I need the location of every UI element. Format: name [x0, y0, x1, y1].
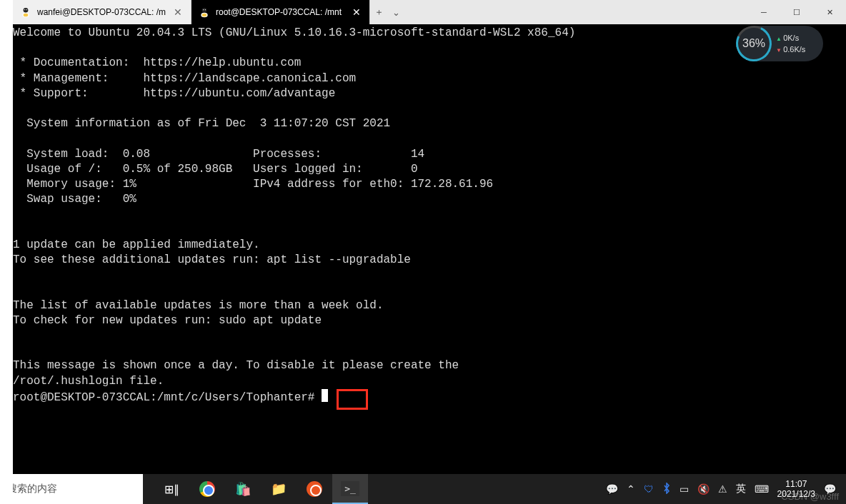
terminal-line: To see these additional updates run: apt… — [13, 253, 411, 266]
terminal-button[interactable]: >_ — [332, 474, 368, 504]
new-tab-button[interactable]: ＋ — [374, 6, 384, 19]
svg-point-5 — [202, 8, 207, 13]
watermark: CSDN @w3fff — [781, 491, 839, 502]
terminal-line: 1 update can be applied immediately. — [13, 238, 260, 251]
annotation-highlight — [337, 389, 368, 410]
window-controls: ─ ☐ ✕ — [747, 0, 846, 24]
tab-title: root@DESKTOP-073CCAL: /mnt — [216, 7, 342, 17]
ubuntu-icon — [307, 481, 322, 497]
linux-icon — [20, 6, 31, 18]
wifi-icon[interactable]: ⚠ — [718, 483, 727, 495]
close-icon[interactable]: ✕ — [172, 6, 184, 18]
task-view-button[interactable]: ⊞∥ — [154, 474, 189, 504]
terminal-line: System load: 0.08 Processes: 14 — [13, 148, 424, 161]
bluetooth-icon[interactable] — [662, 483, 671, 496]
svg-point-2 — [24, 14, 29, 17]
cursor-icon — [322, 389, 328, 402]
windows-taskbar: 搜索的内容 ⊞∥ 🛍️ 📁 >_ 💬 ⌃ 🛡 ▭ 🔇 ⚠ 英 ⌨ 11:07 2… — [0, 474, 846, 504]
ubuntu-button[interactable] — [297, 474, 332, 504]
store-button[interactable]: 🛍️ — [225, 474, 261, 504]
terminal-output[interactable]: Welcome to Ubuntu 20.04.3 LTS (GNU/Linux… — [13, 24, 846, 474]
svg-point-7 — [202, 14, 207, 17]
clock-time: 11:07 — [777, 479, 815, 489]
terminal-line: The list of available updates is more th… — [13, 299, 383, 312]
volume-mute-icon[interactable]: 🔇 — [697, 483, 710, 495]
svg-point-0 — [24, 8, 29, 13]
terminal-line: Memory usage: 1% IPv4 address for eth0: … — [13, 178, 493, 191]
tab-root[interactable]: root@DESKTOP-073CCAL: /mnt ✕ — [191, 0, 370, 24]
terminal-line: Welcome to Ubuntu 20.04.3 LTS (GNU/Linux… — [13, 26, 575, 39]
tray-overflow-icon[interactable]: ⌃ — [627, 483, 635, 495]
terminal-line: This message is shown once a day. To dis… — [13, 359, 459, 372]
terminal-line: * Management: https://landscape.canonica… — [13, 72, 356, 85]
terminal-line: System information as of Fri Dec 3 11:07… — [13, 117, 390, 130]
linux-icon — [199, 6, 210, 18]
ime-indicator[interactable]: 英 — [736, 483, 746, 495]
network-rates: 0K/s 0.6K/s — [776, 34, 805, 54]
prompt-text: root@DESKTOP-073CCAL:/mnt/c/Users/Tophan… — [13, 391, 322, 404]
search-placeholder: 搜索的内容 — [7, 483, 57, 495]
tab-wanfei[interactable]: wanfei@DESKTOP-073CCAL: /m ✕ — [13, 0, 191, 24]
maximize-button[interactable]: ☐ — [780, 0, 813, 24]
terminal-line: * Documentation: https://help.ubuntu.com — [13, 56, 301, 69]
minimize-button[interactable]: ─ — [747, 0, 780, 24]
svg-point-3 — [24, 9, 25, 10]
tab-dropdown-button[interactable]: ⌄ — [392, 7, 400, 18]
terminal-line: Swap usage: 0% — [13, 193, 136, 206]
wechat-icon[interactable]: 💬 — [606, 483, 618, 495]
terminal-line: Usage of /: 0.5% of 250.98GB Users logge… — [13, 163, 418, 176]
network-monitor-widget[interactable]: 36% 0K/s 0.6K/s — [736, 26, 823, 61]
tab-actions: ＋ ⌄ — [370, 0, 404, 24]
terminal-line: /root/.hushlogin file. — [13, 375, 164, 388]
svg-point-4 — [26, 9, 27, 10]
left-window-edge — [0, 0, 13, 504]
terminal-line: To check for new updates run: sudo apt u… — [13, 314, 322, 327]
shield-icon[interactable]: 🛡 — [644, 483, 654, 495]
terminal-tabs-bar: wanfei@DESKTOP-073CCAL: /m ✕ root@DESKTO… — [13, 0, 846, 24]
svg-point-8 — [203, 9, 204, 10]
terminal-line: * Support: https://ubuntu.com/advantage — [13, 87, 335, 100]
chrome-icon — [199, 481, 215, 497]
terminal-prompt-line: root@DESKTOP-073CCAL:/mnt/c/Users/Tophan… — [13, 391, 328, 404]
download-rate: 0.6K/s — [776, 45, 805, 54]
tab-title: wanfei@DESKTOP-073CCAL: /m — [37, 7, 166, 17]
explorer-button[interactable]: 📁 — [261, 474, 297, 504]
keyboard-icon[interactable]: ⌨ — [755, 483, 769, 495]
upload-rate: 0K/s — [776, 34, 805, 42]
taskbar-pinned-apps: ⊞∥ 🛍️ 📁 >_ — [154, 474, 368, 504]
close-window-button[interactable]: ✕ — [813, 0, 846, 24]
close-icon[interactable]: ✕ — [351, 6, 362, 18]
svg-point-9 — [205, 9, 206, 10]
chrome-button[interactable] — [189, 474, 225, 504]
battery-icon[interactable]: ▭ — [680, 483, 689, 495]
search-input[interactable]: 搜索的内容 — [0, 474, 143, 504]
